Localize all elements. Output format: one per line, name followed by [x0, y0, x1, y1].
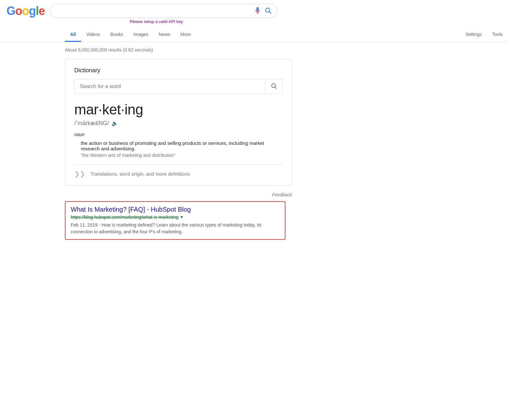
main-content: About 8,050,000,000 results (0.62 second…: [0, 42, 292, 248]
api-key-notice[interactable]: Please setup a valid API key: [65, 19, 508, 25]
definition-text: the action or business of promoting and …: [81, 140, 283, 151]
search-button[interactable]: [264, 7, 272, 15]
svg-line-1: [269, 12, 271, 13]
word-display: mar·ket·ing: [74, 101, 283, 118]
word-class: noun: [74, 132, 283, 137]
results-count: About 8,050,000,000 results (0.62 second…: [65, 47, 292, 52]
more-definitions-label: Translations, word origin, and more defi…: [91, 171, 190, 177]
nav-bar: All Videos Books Images News More Settin…: [0, 27, 508, 42]
nav-item-all[interactable]: All: [65, 28, 81, 42]
microphone-icon: [254, 7, 261, 14]
search-box-container: what is marketing?: [50, 4, 277, 18]
search-input[interactable]: what is marketing?: [55, 7, 251, 14]
nav-item-settings[interactable]: Settings: [460, 28, 487, 42]
google-logo[interactable]: Google: [6, 4, 45, 18]
nav-item-tools[interactable]: Tools: [487, 28, 508, 42]
svg-line-3: [275, 87, 277, 89]
header: Google what is marketing?: [0, 0, 508, 18]
search-box: what is marketing?: [50, 4, 277, 18]
dictionary-search-input[interactable]: [75, 80, 265, 93]
search-result-hubspot: What Is Marketing? [FAQ] - HubSpot Blog …: [65, 201, 285, 240]
dictionary-search-box: [74, 79, 283, 94]
more-definitions-row[interactable]: ❯❯ Translations, word origin, and more d…: [74, 164, 283, 178]
result-url: https://blog.hubspot.com/marketing/what-…: [71, 215, 178, 220]
result-title-link[interactable]: What Is Marketing? [FAQ] - HubSpot Blog: [71, 206, 280, 213]
dictionary-title: Dictionary: [74, 67, 283, 74]
nav-item-videos[interactable]: Videos: [81, 28, 105, 42]
microphone-button[interactable]: [254, 7, 261, 15]
nav-item-books[interactable]: Books: [105, 28, 128, 42]
search-icon: [264, 7, 272, 14]
chevron-down-icon: ❯❯: [74, 170, 85, 178]
nav-item-more[interactable]: More: [175, 28, 196, 42]
result-snippet: Feb 11, 2019 - How is marketing defined?…: [71, 222, 280, 235]
feedback-row: Feedback: [65, 192, 292, 197]
word-pronunciation: /ˈmärkədiNG/ 🔈: [74, 120, 283, 127]
nav-item-news[interactable]: News: [153, 28, 175, 42]
result-dropdown-icon[interactable]: ▼: [180, 215, 184, 219]
dictionary-search-button[interactable]: [265, 79, 282, 93]
result-url-row: https://blog.hubspot.com/marketing/what-…: [71, 215, 280, 220]
feedback-link[interactable]: Feedback: [272, 192, 292, 197]
definition-example: "the Western arts of marketing and distr…: [81, 153, 283, 158]
dictionary-search-icon: [271, 83, 277, 89]
pronunciation-audio-button[interactable]: 🔈: [112, 120, 118, 126]
speaker-icon: 🔈: [112, 121, 118, 126]
nav-item-images[interactable]: Images: [128, 28, 153, 42]
pronunciation-text: /ˈmärkədiNG/: [74, 120, 109, 127]
definition-block: the action or business of promoting and …: [74, 140, 283, 158]
dictionary-card: Dictionary mar·ket·ing /ˈmärkədiNG/ 🔈 no…: [65, 59, 292, 186]
